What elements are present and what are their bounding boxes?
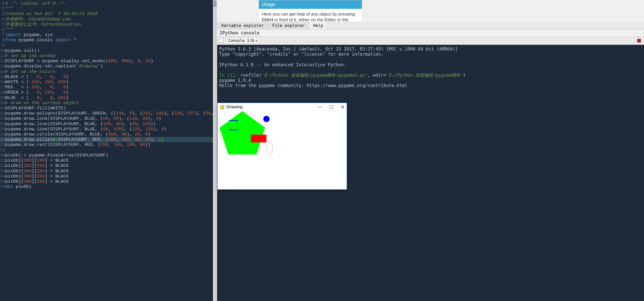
console-banner-3: IPython 6.1.0 -- An enhanced Interactive… (219, 62, 346, 67)
svg-rect-8 (279, 155, 280, 155)
pygame-icon (220, 105, 224, 109)
stop-kernel-button[interactable] (637, 39, 641, 42)
line-number: 14 (0, 69, 5, 74)
line-number: 3 (0, 11, 5, 17)
code-line[interactable]: 4作者邮件: 231469242@qq.com (0, 17, 217, 22)
svg-rect-7 (279, 155, 279, 155)
panel-tabs: Variable explorer File explorer Help (217, 22, 644, 29)
code-line[interactable]: 22pygame.draw.polygon(DISPLAYSURF, GREEN… (0, 111, 217, 116)
line-number: 23 (0, 116, 5, 121)
line-number: 10 (0, 48, 5, 53)
code-line[interactable]: 33pixObj[384][284] = BLACK (0, 169, 217, 174)
console-output-1: pygame 1.9.4 (219, 78, 251, 83)
code-line[interactable]: 17RED = ( 255, 0, 0) (0, 85, 217, 90)
line-number: 35 (0, 179, 5, 184)
code-line[interactable]: 12DISPLAYSURF = pygame.display.set_mode(… (0, 59, 217, 64)
right-panel: Usage Here you can get help of any objec… (217, 0, 644, 301)
code-line[interactable]: 6""" (0, 27, 217, 32)
line-number: 7 (0, 32, 5, 38)
code-editor[interactable]: 1# -*- coding: utf-8 -*-2"""3Created on … (0, 0, 217, 301)
svg-point-5 (267, 142, 273, 155)
maximize-icon[interactable]: ☐ (329, 104, 333, 110)
line-number: 22 (0, 111, 5, 116)
console-in-prompt: In [1]: (219, 73, 240, 78)
code-line[interactable]: 36del pixObj (0, 184, 217, 189)
close-window-icon[interactable]: ✕ (341, 104, 345, 110)
line-number: 5 (0, 22, 5, 27)
code-line[interactable]: 8from pygame.locals import * (0, 38, 217, 43)
tab-file-explorer[interactable]: File explorer (268, 22, 309, 29)
line-number: 27 (0, 137, 5, 142)
code-line[interactable]: 5作者微信公众号: PythonEducation (0, 22, 217, 27)
code-line[interactable]: 16WHITE = ( 255, 255, 255) (0, 80, 217, 85)
svg-rect-11 (280, 156, 281, 156)
line-number: 31 (0, 158, 5, 163)
code-line[interactable]: 15BLACK = ( 0, 0, 0) (0, 74, 217, 80)
line-number: 26 (0, 132, 5, 137)
pygame-drawing-window[interactable]: Drawing — ☐ ✕ (217, 103, 347, 190)
code-line[interactable]: 10pygame.init() (0, 48, 217, 53)
code-line[interactable]: 7import pygame, sys (0, 32, 217, 38)
code-line[interactable]: 20# draw on the surface object (0, 101, 217, 106)
svg-point-4 (263, 116, 270, 122)
code-line[interactable]: 35pixObj[388][288] = BLACK (0, 179, 217, 184)
code-line[interactable]: 19BLUE = ( 0, 0, 255) (0, 95, 217, 101)
browse-tabs-icon[interactable] (219, 39, 223, 42)
line-number: 9 (0, 43, 5, 48)
code-line[interactable]: 27pygame.draw.ellipse(DISPLAYSURF, RED, … (0, 137, 217, 142)
line-number: 8 (0, 38, 5, 43)
console-tab[interactable]: Console 1/A ⊠ (226, 38, 260, 44)
line-number: 33 (0, 169, 5, 174)
code-line[interactable]: 1# -*- coding: utf-8 -*- (0, 1, 217, 6)
code-line[interactable]: 31pixObj[380][280] = BLACK (0, 158, 217, 163)
line-number: 25 (0, 127, 5, 132)
svg-marker-0 (219, 111, 265, 154)
tab-help[interactable]: Help (309, 22, 328, 29)
code-line[interactable]: 9 (0, 43, 217, 48)
ipython-console-title: IPython console (217, 29, 644, 37)
line-number: 18 (0, 90, 5, 95)
code-line[interactable]: 11# set up the window (0, 53, 217, 59)
line-number: 1 (0, 1, 5, 6)
help-panel: Usage Here you can get help of any objec… (259, 0, 362, 22)
code-line[interactable]: 13pygame.display.set_caption('Drawing') (0, 64, 217, 69)
code-line[interactable]: 30pixObj = pygame.PixelArray(DISPLAYSURF… (0, 153, 217, 158)
code-line[interactable]: 18GREEN = ( 0, 255, 0) (0, 90, 217, 95)
pygame-titlebar[interactable]: Drawing — ☐ ✕ (218, 103, 347, 111)
code-line[interactable]: 24pygame.draw.line(DISPLAYSURF, BLUE, (1… (0, 121, 217, 127)
line-number: 2 (0, 6, 5, 11)
editor-scrollbar[interactable] (213, 0, 217, 301)
line-number: 28 (0, 142, 5, 147)
code-line[interactable]: 25pygame.draw.line(DISPLAYSURF, BLUE, (6… (0, 127, 217, 132)
pygame-window-title: Drawing (226, 104, 242, 110)
line-number: 17 (0, 85, 5, 90)
console-banner-2: Type "copyright", "credits" or "license"… (219, 52, 384, 57)
code-line[interactable]: 32pixObj[382][282] = BLACK (0, 163, 217, 168)
line-number: 13 (0, 64, 5, 69)
console-output-2: Hello from the pygame community. https:/… (219, 83, 407, 88)
line-number: 30 (0, 153, 5, 158)
code-line[interactable]: 3Created on Sun Oct 7 10:16:24 2018 (0, 11, 217, 17)
line-number: 20 (0, 101, 5, 106)
help-title: Usage (259, 0, 362, 9)
code-line[interactable]: 28pygame.draw.rect(DISPLAYSURF, RED, (20… (0, 142, 217, 147)
code-line[interactable]: 29 (0, 148, 217, 153)
console-tab-row: Console 1/A ⊠ (217, 37, 644, 45)
code-line[interactable]: 14# set up the colors (0, 69, 217, 74)
line-number: 6 (0, 27, 5, 32)
code-line[interactable]: 2""" (0, 6, 217, 11)
close-icon[interactable]: ⊠ (255, 39, 257, 43)
console-banner-1: Python 3.6.3 |Anaconda, Inc.| (default, … (219, 46, 458, 52)
code-line[interactable]: 26pygame.draw.circle(DISPLAYSURF, BLUE, … (0, 132, 217, 137)
scrollbar-thumb[interactable] (213, 1, 217, 7)
svg-rect-10 (280, 156, 280, 156)
line-number: 16 (0, 80, 5, 85)
code-line[interactable]: 23pygame.draw.line(DISPLAYSURF, BLUE, (6… (0, 116, 217, 121)
line-number: 12 (0, 59, 5, 64)
help-body: Here you can get help of any object by p… (259, 9, 362, 22)
minimize-icon[interactable]: — (317, 104, 322, 110)
tab-variable-explorer[interactable]: Variable explorer (217, 22, 268, 29)
code-line[interactable]: 21DISPLAYSURF.fill(WHITE) (0, 106, 217, 111)
code-line[interactable]: 34pixObj[386][286] = BLACK (0, 174, 217, 179)
line-number: 19 (0, 95, 5, 101)
